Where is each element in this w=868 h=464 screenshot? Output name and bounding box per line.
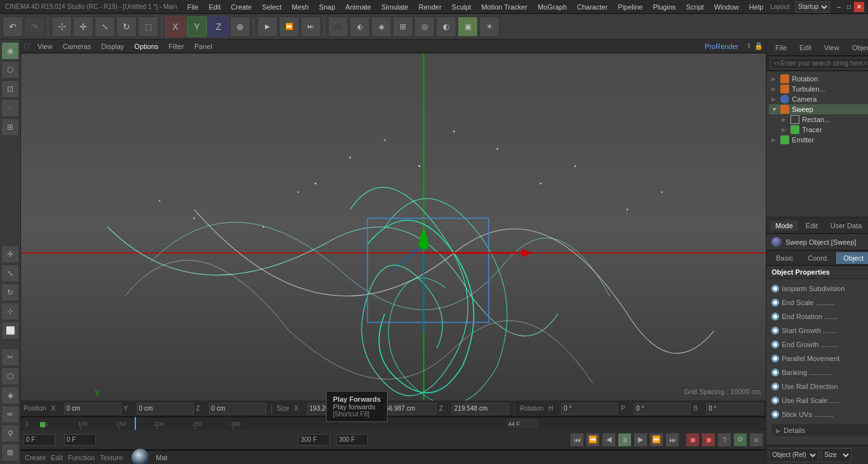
- tree-item-rotation[interactable]: ▶ Rotation ··· ✓: [769, 74, 868, 84]
- menu-create[interactable]: Create: [226, 2, 257, 12]
- frame-start-input[interactable]: [24, 434, 55, 446]
- end-rotation-radio[interactable]: [771, 313, 779, 320]
- rotate-tool-button[interactable]: ↻: [116, 17, 137, 37]
- size-z-input[interactable]: [452, 403, 509, 414]
- size-mode-select[interactable]: Size Scale: [821, 448, 851, 462]
- render-region-button[interactable]: ⏭: [301, 17, 321, 37]
- sidebar-point-btn[interactable]: ·: [1, 99, 19, 117]
- menu-help[interactable]: Help: [744, 2, 769, 12]
- frame-current-input[interactable]: [64, 434, 96, 446]
- view-shaded-button[interactable]: ◐: [436, 17, 456, 37]
- tags-tab-view[interactable]: View: [819, 43, 844, 53]
- menu-script[interactable]: Script: [681, 2, 709, 12]
- stick-uvs-radio[interactable]: [771, 411, 779, 418]
- play-pause-button[interactable]: ⏸: [618, 433, 632, 447]
- menu-select[interactable]: Select: [257, 2, 287, 12]
- size-y-input[interactable]: [379, 403, 437, 414]
- tags-search-input[interactable]: [770, 58, 868, 69]
- coord-mode-select[interactable]: Object (Rel) Object (Abs) World: [769, 448, 818, 462]
- attr-tab-basic[interactable]: Basic: [769, 252, 800, 264]
- layout-select[interactable]: Startup: [795, 1, 830, 13]
- tree-item-tracer[interactable]: ▶ Tracer ··· ✓: [769, 125, 868, 135]
- menu-motion-tracker[interactable]: Motion Tracker: [476, 2, 532, 12]
- select-tool-button[interactable]: ⊹: [51, 17, 72, 37]
- render-view-button[interactable]: ▶: [257, 17, 278, 37]
- render-settings-button[interactable]: ⏩: [279, 17, 299, 37]
- record-param-button[interactable]: ⏺: [702, 433, 715, 447]
- timeline-mode-button[interactable]: ≡: [749, 433, 763, 447]
- viewport-menu-options[interactable]: Options: [129, 41, 163, 51]
- play-back-button[interactable]: ⏪: [586, 433, 600, 447]
- sidebar-edge-btn[interactable]: ⊡: [1, 80, 19, 98]
- goto-end-button[interactable]: ⏭: [665, 433, 679, 447]
- minimize-button[interactable]: –: [834, 2, 844, 12]
- rot-h-input[interactable]: [561, 403, 618, 414]
- undo-button[interactable]: ↶: [3, 17, 23, 37]
- menu-character[interactable]: Character: [572, 2, 613, 12]
- autokey-button[interactable]: ?: [717, 433, 731, 447]
- menu-pipeline[interactable]: Pipeline: [613, 2, 648, 12]
- parallel-radio[interactable]: [771, 355, 779, 362]
- sidebar-bevel-btn[interactable]: ◈: [1, 386, 19, 404]
- sidebar-brush-btn[interactable]: ✏: [1, 406, 19, 423]
- step-back-button[interactable]: ◀: [602, 433, 616, 447]
- close-button[interactable]: ✕: [854, 2, 864, 12]
- attrs-tab-userdata[interactable]: User Data: [825, 221, 867, 231]
- menu-mesh[interactable]: Mesh: [287, 2, 314, 12]
- pos-x-input[interactable]: [64, 403, 121, 414]
- redo-button[interactable]: ↷: [24, 17, 44, 37]
- menu-mograph[interactable]: MoGraph: [532, 2, 572, 12]
- sidebar-magnet-btn[interactable]: ⚲: [1, 425, 19, 442]
- view-light-button[interactable]: ☀: [479, 17, 499, 37]
- play-forward-button[interactable]: ⏩: [649, 433, 663, 447]
- isoparm-radio[interactable]: [771, 285, 779, 292]
- attr-tab-coord[interactable]: Coord.: [801, 252, 836, 264]
- tags-tab-objects[interactable]: Objects: [847, 43, 868, 53]
- end-scale-radio[interactable]: [771, 299, 779, 306]
- record-button[interactable]: ⏺: [686, 433, 700, 447]
- tree-item-turbulence[interactable]: ▶ Turbulen... ··· ✓: [769, 84, 868, 94]
- viewport-menu-view[interactable]: View: [32, 41, 58, 51]
- rot-b-input[interactable]: [706, 403, 763, 414]
- menu-snap[interactable]: Snap: [314, 2, 341, 12]
- start-growth-radio[interactable]: [771, 327, 779, 334]
- rail-scale-radio[interactable]: [771, 397, 779, 404]
- tags-tab-edit[interactable]: Edit: [794, 43, 817, 53]
- edit-menu[interactable]: Edit: [51, 454, 63, 461]
- coord-x-button[interactable]: X: [165, 17, 186, 37]
- tree-item-rectangle[interactable]: ▶ Rectan... ··· ✓: [769, 114, 868, 125]
- sidebar-object-btn[interactable]: ◉: [1, 42, 19, 60]
- viewport[interactable]: Perspective: [21, 53, 766, 400]
- menu-sculpt[interactable]: Sculpt: [447, 2, 477, 12]
- sidebar-select-btn[interactable]: ⊹: [1, 303, 19, 320]
- texture-menu[interactable]: Texture: [100, 454, 123, 461]
- viewport-expand-icon[interactable]: ⬆: [746, 42, 752, 50]
- menu-window[interactable]: Window: [709, 2, 744, 12]
- timeline-settings-button[interactable]: ⚙: [733, 433, 747, 447]
- viewport-menu-prorender[interactable]: ProRender: [700, 41, 743, 51]
- sidebar-uv-btn[interactable]: ⊞: [1, 118, 19, 136]
- view-paint-button[interactable]: ⬖: [349, 17, 370, 37]
- coord-y-button[interactable]: Y: [187, 17, 207, 37]
- sidebar-move-btn[interactable]: ✛: [1, 245, 19, 263]
- menu-render[interactable]: Render: [414, 2, 447, 12]
- details-expand[interactable]: ▶ Details: [771, 424, 868, 437]
- tree-item-emitter[interactable]: ▶ Emitter ··· ✓: [769, 135, 868, 145]
- move-tool-button[interactable]: ✛: [73, 17, 93, 37]
- menu-simulate[interactable]: Simulate: [376, 2, 414, 12]
- transform-button[interactable]: ⬚: [138, 17, 158, 37]
- sidebar-mirror-btn[interactable]: ⊠: [1, 444, 19, 461]
- tree-item-camera[interactable]: ▶ Camera ··· ✓ ✕: [769, 94, 868, 104]
- end-growth-radio[interactable]: [771, 341, 779, 348]
- create-menu[interactable]: Create: [25, 454, 46, 461]
- view-texture-button[interactable]: ▣: [458, 17, 478, 37]
- sweep-expand-icon[interactable]: ▼: [771, 106, 780, 113]
- tags-tab-file[interactable]: File: [770, 43, 792, 53]
- attrs-tab-edit[interactable]: Edit: [801, 221, 823, 231]
- sidebar-extrude-btn[interactable]: ⬡: [1, 367, 19, 385]
- sidebar-scale-btn[interactable]: ⤡: [1, 264, 19, 282]
- pos-z-input[interactable]: [209, 403, 266, 414]
- view-poly-button[interactable]: ◈: [371, 17, 391, 37]
- sidebar-rotate-btn[interactable]: ↻: [1, 283, 19, 301]
- rail-dir-radio[interactable]: [771, 383, 779, 390]
